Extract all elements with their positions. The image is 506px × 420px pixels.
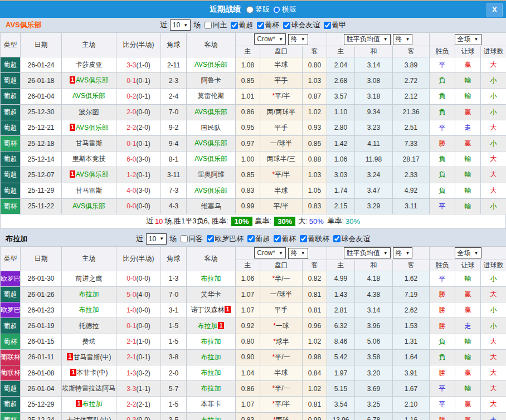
league-filter-3-checkbox[interactable] bbox=[324, 22, 331, 29]
away-team-cell: 布拉加 bbox=[187, 334, 236, 349]
league-filter-1[interactable]: 葡杯 bbox=[255, 20, 279, 30]
avg-draw-cell: 5.06 bbox=[355, 334, 393, 349]
avg-stage-select[interactable]: 终▼ bbox=[393, 247, 413, 258]
handicap-result-cell: 赢 bbox=[455, 57, 481, 73]
layout-vertical-radio[interactable] bbox=[246, 6, 254, 13]
corner-cell: 1-3 bbox=[161, 271, 187, 286]
layout-horizontal-option[interactable]: 横版 bbox=[273, 4, 296, 14]
odds-stage-select[interactable]: 终▼ bbox=[288, 34, 308, 45]
handicap-cell: *半/一 bbox=[260, 271, 303, 286]
league-cell: 葡超 bbox=[1, 183, 21, 198]
avg-home-cell: 1.43 bbox=[327, 287, 355, 302]
same-venue-filter-checkbox[interactable] bbox=[205, 22, 212, 29]
result-text: 負 bbox=[439, 187, 446, 194]
league-filter-3[interactable]: 葡甲 bbox=[322, 20, 346, 30]
result-text: 輸 bbox=[465, 155, 471, 163]
away-team-name: 阿鲁卡 bbox=[201, 76, 221, 84]
date-cell: 26-01-30 bbox=[21, 271, 62, 286]
handicap-cell: 平/半 bbox=[260, 198, 303, 214]
home-team-cell: 1本菲卡(中) bbox=[62, 365, 116, 381]
away-team-cell: AVS俱乐部 bbox=[187, 135, 236, 151]
away-team-name: 莫雷伦斯 bbox=[198, 92, 225, 100]
col-header-4: 角球 bbox=[161, 33, 187, 57]
home-team-cell: 布拉加 bbox=[62, 302, 116, 318]
handicap-text: 半球 bbox=[275, 187, 288, 194]
score-cell: 1-0(0-0) bbox=[116, 302, 161, 318]
bookmaker-select[interactable]: Crow*▼ bbox=[254, 33, 286, 45]
handicap-result-cell: 輸 bbox=[455, 349, 481, 365]
same-venue-filter[interactable]: 同客 bbox=[178, 234, 203, 244]
league-filter-1-checkbox[interactable] bbox=[247, 235, 255, 242]
close-button[interactable]: X bbox=[486, 3, 503, 17]
away-team-name: 布拉加 bbox=[201, 275, 221, 282]
avg-type-select[interactable]: 胜平负均值▼ bbox=[344, 247, 391, 258]
match-count-select[interactable]: 10▼ bbox=[170, 19, 191, 31]
same-venue-filter-checkbox[interactable] bbox=[181, 235, 188, 242]
league-filter-1-checkbox[interactable] bbox=[257, 22, 264, 29]
same-venue-filter[interactable]: 同主 bbox=[202, 20, 227, 30]
match-period-select[interactable]: 全场▼ bbox=[455, 247, 481, 258]
score-cell: 1-2(0-1) bbox=[116, 167, 161, 183]
away-team-cell: 布拉加 bbox=[187, 349, 236, 365]
results-table: 类型日期主场比分(半场)角球客场Crow*▼终▼胜平负均值▼终▼全场▼主盘口客主… bbox=[0, 32, 506, 214]
league-filter-2-checkbox[interactable] bbox=[274, 235, 281, 242]
match-count-select[interactable]: 10▼ bbox=[146, 233, 167, 245]
table-row: 葡超26-01-26布拉加5-0(4-0)7-0艾华卡1.07一/球半0.811… bbox=[1, 287, 506, 302]
league-filter-4-checkbox[interactable] bbox=[333, 235, 340, 242]
table-row: 葡超25-12-291布拉加2-2(2-1)1-5本菲卡1.07*平/半0.81… bbox=[1, 397, 506, 412]
layout-vertical-option[interactable]: 竖版 bbox=[246, 4, 270, 14]
league-cell: 葡杯 bbox=[1, 135, 21, 151]
avg-type-select[interactable]: 胜平负均值▼ bbox=[344, 34, 391, 45]
odds-home-cell: 0.95 bbox=[236, 120, 260, 135]
league-filter-2-checkbox[interactable] bbox=[283, 22, 290, 29]
result-text: 赢 bbox=[465, 290, 471, 298]
home-team-name: 前进之鹰 bbox=[76, 275, 103, 282]
avg-stage-select[interactable]: 终▼ bbox=[393, 34, 413, 45]
avg-home-cell: 2.04 bbox=[327, 57, 355, 73]
handicap-cell: *平/半 bbox=[260, 397, 303, 412]
league-filter-4[interactable]: 球会友谊 bbox=[331, 234, 370, 244]
corner-cell: 9-4 bbox=[161, 135, 187, 151]
home-team-cell: 前进之鹰 bbox=[62, 271, 116, 286]
table-row: 葡超25-12-071AVS俱乐部1-2(0-1)3-11里奥阿维0.85*平/… bbox=[1, 167, 506, 183]
league-filter-1[interactable]: 葡超 bbox=[245, 234, 270, 244]
handicap-result-cell: 輸 bbox=[455, 89, 481, 104]
goals-result-cell: 小 bbox=[481, 135, 506, 151]
avg-away-cell: 1.67 bbox=[393, 381, 430, 397]
league-filter-0-checkbox[interactable] bbox=[207, 235, 214, 242]
league-filter-3[interactable]: 葡联杯 bbox=[298, 234, 329, 244]
chevron-down-icon: ▼ bbox=[301, 37, 305, 42]
odds-home-cell: 1.07 bbox=[236, 287, 260, 302]
odds-stage-select[interactable]: 终▼ bbox=[288, 248, 308, 259]
league-filter-0[interactable]: 葡超 bbox=[228, 20, 253, 30]
avg-away-cell: 7.33 bbox=[393, 135, 430, 151]
home-team-name: 本菲卡(中) bbox=[77, 369, 108, 377]
odds-home-cell: 0.86 bbox=[236, 104, 260, 120]
league-filter-0[interactable]: 欧罗巴杯 bbox=[205, 234, 244, 244]
layout-horizontal-radio[interactable] bbox=[273, 6, 280, 13]
handicap-text: 一/球半 bbox=[270, 139, 292, 147]
goals-result-cell: 大 bbox=[481, 349, 506, 365]
away-team-cell: AVS俱乐部 bbox=[187, 183, 236, 198]
away-team-name: 维塞乌 bbox=[201, 202, 221, 210]
fulltime-score: 0-1 bbox=[126, 77, 136, 85]
score-cell: 0-0(0-0) bbox=[116, 198, 161, 214]
date-cell: 25-12-30 bbox=[21, 104, 62, 120]
handicap-text: 球半 bbox=[276, 338, 289, 345]
corner-cell: 7-0 bbox=[161, 287, 187, 302]
league-filter-2[interactable]: 葡杯 bbox=[271, 234, 296, 244]
goals-result-cell: 大 bbox=[481, 167, 506, 183]
league-filter-2[interactable]: 球会友谊 bbox=[281, 20, 320, 30]
avg-home-cell: 8.46 bbox=[327, 334, 355, 349]
league-cell: 欧罗巴杯 bbox=[1, 271, 21, 286]
date-cell: 26-01-04 bbox=[21, 89, 62, 104]
odds-home-cell: 0.97 bbox=[236, 135, 260, 151]
handicap-result-cell: 赢 bbox=[455, 365, 481, 381]
match-period-select[interactable]: 全场▼ bbox=[455, 34, 481, 45]
league-filter-0-checkbox[interactable] bbox=[231, 22, 238, 29]
bookmaker-select[interactable]: Crow*▼ bbox=[254, 247, 286, 258]
odds-away-cell: 1.05 bbox=[303, 183, 327, 198]
league-filter-3-checkbox[interactable] bbox=[300, 235, 307, 242]
result-cell: 平 bbox=[430, 120, 455, 135]
handicap-result-cell: 赢 bbox=[455, 302, 481, 318]
